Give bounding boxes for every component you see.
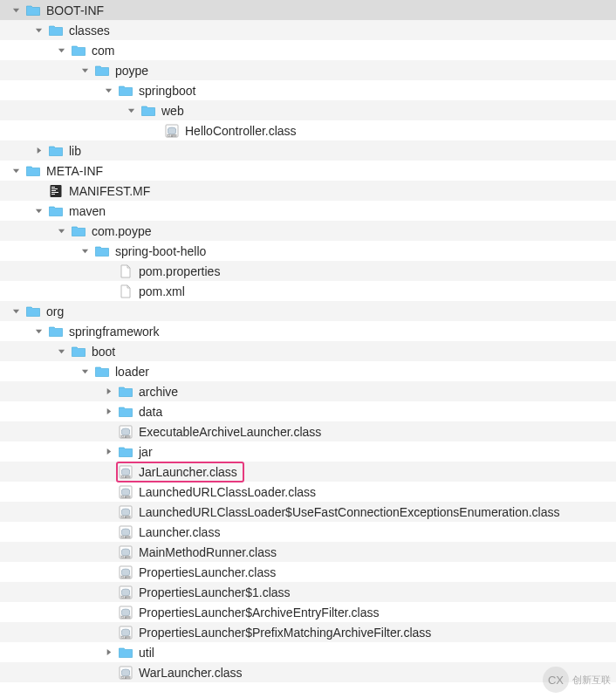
folder-icon xyxy=(118,83,133,99)
chevron-right-icon[interactable] xyxy=(105,648,113,656)
tree-row[interactable]: BOOT-INF xyxy=(0,0,616,20)
chevron-down-icon[interactable] xyxy=(35,327,43,335)
tree-row[interactable]: CLASSPropertiesLauncher$ArchiveEntryFilt… xyxy=(0,602,616,622)
chevron-down-icon[interactable] xyxy=(35,207,43,215)
svg-rect-6 xyxy=(51,188,58,189)
tree-row[interactable]: pom.properties xyxy=(0,261,616,281)
chevron-right-icon[interactable] xyxy=(105,387,113,395)
chevron-down-icon[interactable] xyxy=(58,347,65,355)
tree-row[interactable]: org xyxy=(0,301,616,321)
folder-icon xyxy=(118,384,133,400)
tree-row[interactable]: CLASSPropertiesLauncher$PrefixMatchingAr… xyxy=(0,622,616,642)
tree-row[interactable]: CLASSExecutableArchiveLauncher.class xyxy=(0,421,616,441)
tree-row[interactable]: springframework xyxy=(0,321,616,341)
class-icon: CLASS xyxy=(118,504,133,520)
class-icon: CLASS xyxy=(118,424,133,440)
folder-icon xyxy=(25,304,41,319)
tree-item-label: lib xyxy=(69,144,81,158)
folder-icon xyxy=(48,324,64,339)
tree-row[interactable]: boot xyxy=(0,341,616,361)
tree-item-label: pom.xml xyxy=(139,284,185,298)
tree-row[interactable]: CLASSLauncher.class xyxy=(0,522,616,542)
tree-item-label: util xyxy=(139,646,154,660)
tree-item-label: pom.properties xyxy=(139,264,220,278)
tree-row[interactable]: poype xyxy=(0,60,616,80)
tree-row[interactable]: MANIFEST.MF xyxy=(0,181,616,201)
tree-row[interactable]: lib xyxy=(0,140,616,161)
class-icon: CLASS xyxy=(118,544,133,560)
tree-item-label: META-INF xyxy=(46,164,103,178)
tree-row[interactable]: com.poype xyxy=(0,221,616,241)
tree-row[interactable]: CLASSLaunchedURLClassLoader$UseFastConne… xyxy=(0,502,616,522)
tree-item-label: HelloController.class xyxy=(185,124,297,138)
tree-item-label: com.poype xyxy=(92,224,151,238)
tree-row[interactable]: classes xyxy=(0,20,616,40)
folder-icon xyxy=(48,23,64,38)
tree-row[interactable]: web xyxy=(0,100,616,120)
chevron-right-icon[interactable] xyxy=(105,448,113,455)
tree-item-label: poype xyxy=(115,64,148,78)
class-icon: CLASS xyxy=(164,123,180,139)
class-icon: CLASS xyxy=(118,665,133,681)
tree-item-label: archive xyxy=(139,385,178,399)
chevron-down-icon[interactable] xyxy=(81,247,89,255)
tree-row[interactable]: spring-boot-hello xyxy=(0,241,616,261)
chevron-down-icon[interactable] xyxy=(12,6,20,14)
svg-text:CLASS: CLASS xyxy=(121,555,130,558)
tree-row[interactable]: loader xyxy=(0,361,616,381)
tree-row[interactable]: CLASSLaunchedURLClassLoader.class xyxy=(0,482,616,502)
tree-row[interactable]: pom.xml xyxy=(0,281,616,301)
watermark-badge: CX xyxy=(543,667,569,682)
folder-icon xyxy=(48,203,64,219)
class-icon: CLASS xyxy=(118,585,133,600)
chevron-down-icon[interactable] xyxy=(35,26,43,34)
svg-text:CLASS: CLASS xyxy=(121,515,130,518)
folder-icon xyxy=(94,364,110,380)
folder-icon xyxy=(25,3,41,18)
svg-rect-9 xyxy=(51,194,55,195)
tree-row[interactable]: com xyxy=(0,40,616,60)
watermark-text: 创新互联 xyxy=(572,674,611,683)
class-icon: CLASS xyxy=(118,524,133,540)
tree-row[interactable]: CLASSWarLauncher.class xyxy=(0,662,616,682)
tree-item-label: web xyxy=(161,104,184,118)
chevron-down-icon[interactable] xyxy=(127,106,135,114)
tree-row[interactable]: jar xyxy=(0,441,616,462)
class-icon: CLASS xyxy=(118,565,133,580)
tree-row[interactable]: springboot xyxy=(0,80,616,100)
folder-icon xyxy=(71,344,86,359)
chevron-down-icon[interactable] xyxy=(81,367,89,375)
folder-icon xyxy=(48,143,64,159)
tree-row[interactable]: archive xyxy=(0,381,616,401)
folder-icon xyxy=(140,103,156,119)
tree-row[interactable]: CLASSMainMethodRunner.class xyxy=(0,542,616,562)
tree-row[interactable]: CLASSHelloController.class xyxy=(0,120,616,140)
chevron-down-icon[interactable] xyxy=(12,167,20,174)
tree-item-label: jar xyxy=(139,445,153,459)
chevron-down-icon[interactable] xyxy=(12,307,20,315)
chevron-right-icon[interactable] xyxy=(35,147,43,154)
folder-icon xyxy=(94,243,110,259)
class-icon: CLASS xyxy=(118,625,133,640)
tree-row[interactable]: CLASSPropertiesLauncher.class xyxy=(0,562,616,582)
file-icon xyxy=(118,263,133,279)
tree-row[interactable]: util xyxy=(0,642,616,662)
manifest-icon xyxy=(48,183,64,199)
folder-icon xyxy=(71,223,86,239)
tree-row[interactable]: META-INF xyxy=(0,161,616,181)
tree-row[interactable]: data xyxy=(0,401,616,421)
tree-item-label: PropertiesLauncher.class xyxy=(139,565,276,579)
chevron-down-icon[interactable] xyxy=(81,66,89,74)
tree-item-label: MANIFEST.MF xyxy=(69,184,150,198)
tree-row[interactable]: CLASSJarLauncher.class xyxy=(0,462,616,482)
highlight-annotation: CLASSJarLauncher.class xyxy=(116,462,244,482)
chevron-down-icon[interactable] xyxy=(105,86,113,94)
tree-item-label: PropertiesLauncher$ArchiveEntryFilter.cl… xyxy=(139,606,379,619)
chevron-down-icon[interactable] xyxy=(58,227,65,235)
file-tree: BOOT-INFclassescompoypespringbootwebCLAS… xyxy=(0,0,616,682)
tree-row[interactable]: CLASSPropertiesLauncher$1.class xyxy=(0,582,616,602)
chevron-right-icon[interactable] xyxy=(105,407,113,415)
tree-item-label: spring-boot-hello xyxy=(115,244,206,258)
chevron-down-icon[interactable] xyxy=(58,46,65,54)
tree-row[interactable]: maven xyxy=(0,201,616,221)
